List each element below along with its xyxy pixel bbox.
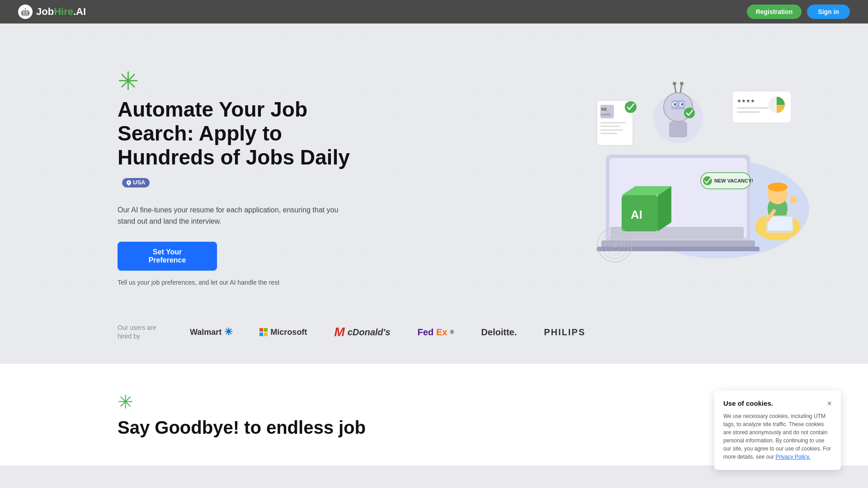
svg-rect-23: [600, 122, 626, 123]
svg-line-8: [675, 84, 676, 93]
hero-description: Our AI fine-tunes your resume for each a…: [118, 204, 353, 227]
svg-line-10: [680, 84, 682, 93]
walmart-logo: Walmart ✳: [190, 326, 232, 338]
registration-button[interactable]: Registration: [747, 5, 802, 19]
svg-point-47: [790, 196, 797, 203]
brands-section: Our users are hired by Walmart ✳ Microso…: [0, 314, 868, 364]
svg-point-16: [681, 103, 684, 106]
svg-rect-24: [600, 126, 620, 127]
navbar-actions: Registration Sign in: [747, 5, 850, 19]
cookie-text: We use necessary cookies, including UTM …: [723, 412, 832, 461]
mcdonalds-m-icon: M: [334, 325, 344, 339]
svg-point-43: [768, 183, 788, 192]
brands-logos: Walmart ✳ Microsoft M cDonald's FedEx® D…: [190, 325, 585, 339]
svg-point-52: [612, 242, 618, 248]
cookie-header: Use of cookies. ×: [723, 399, 832, 408]
svg-text:★★★★: ★★★★: [737, 98, 755, 103]
signin-button[interactable]: Sign in: [807, 5, 850, 19]
decorative-asterisk-small: ✳: [118, 391, 750, 413]
svg-text:SUME: SUME: [600, 113, 611, 117]
philips-logo: PHILIPS: [544, 327, 585, 338]
svg-point-18: [684, 108, 695, 118]
svg-text:AI: AI: [631, 208, 642, 221]
hero-title: Automate Your Job Search: Apply to Hundr…: [118, 98, 353, 193]
decorative-asterisk-large: ✳: [118, 69, 353, 94]
logo-text: JobHire.AI: [36, 6, 86, 18]
hero-section: ✳ Automate Your Job Search: Apply to Hun…: [0, 23, 868, 314]
hero-subtitle: Tell us your job preferences, and let ou…: [118, 278, 353, 287]
deloitte-logo: Deloitte.: [481, 327, 517, 338]
navbar: 🤖 JobHire.AI Registration Sign in: [0, 0, 868, 23]
illustration-svg: RE SUME ★★★★ NEW VACANCY!: [561, 37, 823, 272]
location-icon: [127, 180, 131, 186]
svg-point-9: [673, 82, 676, 85]
svg-rect-45: [768, 217, 792, 230]
cookie-close-button[interactable]: ×: [827, 399, 832, 408]
svg-rect-17: [669, 122, 687, 137]
microsoft-logo: Microsoft: [259, 328, 307, 337]
walmart-spark-icon: ✳: [224, 326, 232, 338]
svg-text:RE: RE: [601, 107, 607, 112]
svg-rect-31: [737, 111, 760, 113]
brands-label: Our users are hired by: [118, 324, 163, 341]
svg-rect-3: [597, 247, 760, 251]
svg-rect-26: [600, 133, 618, 134]
cookie-title: Use of cookies.: [723, 399, 773, 407]
logo-icon: 🤖: [18, 5, 33, 19]
cookie-banner: Use of cookies. × We use necessary cooki…: [714, 390, 841, 470]
lower-title: Say Goodbye! to endless job: [118, 417, 750, 438]
microsoft-grid-icon: [259, 328, 268, 336]
svg-point-11: [680, 82, 684, 85]
svg-point-15: [674, 103, 676, 106]
privacy-policy-link[interactable]: Privacy Policy.: [775, 454, 810, 460]
usa-badge: USA: [122, 178, 150, 188]
set-preference-button[interactable]: Set Your Preference: [118, 242, 217, 271]
svg-rect-30: [737, 107, 769, 109]
hero-illustration: RE SUME ★★★★ NEW VACANCY!: [561, 37, 823, 272]
hero-content: ✳ Automate Your Job Search: Apply to Hun…: [118, 51, 353, 287]
mcdonalds-logo: M cDonald's: [334, 325, 390, 339]
logo[interactable]: 🤖 JobHire.AI: [18, 5, 86, 19]
svg-rect-25: [600, 129, 623, 131]
svg-text:NEW VACANCY!: NEW VACANCY!: [714, 178, 753, 183]
fedex-logo: FedEx®: [417, 327, 454, 338]
